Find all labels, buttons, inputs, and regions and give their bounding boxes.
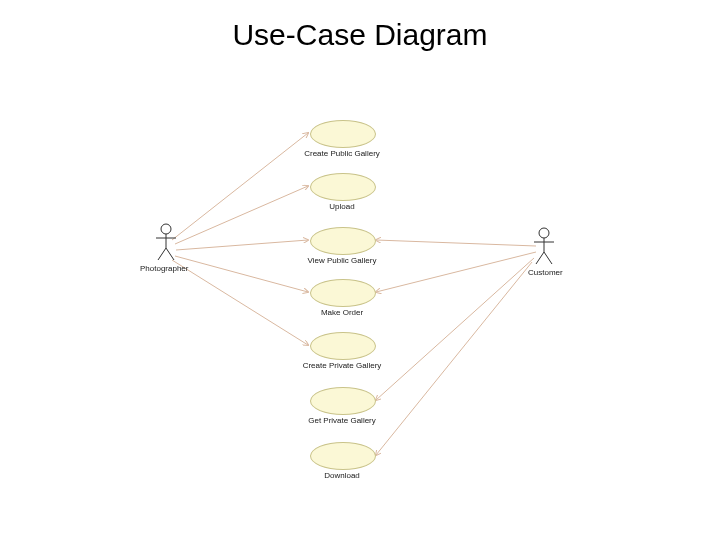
svg-line-17	[536, 252, 544, 264]
usecase-label: View Public Gallery	[272, 256, 412, 265]
svg-line-4	[172, 260, 308, 345]
usecase-get-private-gallery	[310, 387, 376, 415]
usecase-create-public-gallery	[310, 120, 376, 148]
svg-line-2	[176, 240, 308, 250]
actor-customer-label: Customer	[528, 268, 563, 277]
usecase-label: Upload	[272, 202, 412, 211]
svg-line-7	[376, 258, 534, 400]
svg-line-8	[376, 262, 532, 455]
diagram-canvas: Photographer Customer Create Public Gall…	[0, 0, 720, 540]
svg-line-18	[544, 252, 552, 264]
svg-point-14	[539, 228, 549, 238]
usecase-label: Get Private Gallery	[272, 416, 412, 425]
svg-line-5	[376, 240, 536, 246]
usecase-view-public-gallery	[310, 227, 376, 255]
usecase-download	[310, 442, 376, 470]
actor-photographer-label: Photographer	[140, 264, 188, 273]
usecase-create-private-gallery	[310, 332, 376, 360]
usecase-upload	[310, 173, 376, 201]
svg-point-9	[161, 224, 171, 234]
actor-icon	[152, 222, 180, 262]
usecase-label: Create Private Gallery	[272, 361, 412, 370]
usecase-label: Create Public Gallery	[272, 149, 412, 158]
actor-customer	[530, 226, 558, 266]
svg-line-12	[158, 248, 166, 260]
actor-photographer	[152, 222, 180, 262]
usecase-label: Make Order	[272, 308, 412, 317]
usecase-label: Download	[272, 471, 412, 480]
actor-icon	[530, 226, 558, 266]
svg-line-13	[166, 248, 174, 260]
svg-line-1	[175, 186, 308, 244]
usecase-make-order	[310, 279, 376, 307]
